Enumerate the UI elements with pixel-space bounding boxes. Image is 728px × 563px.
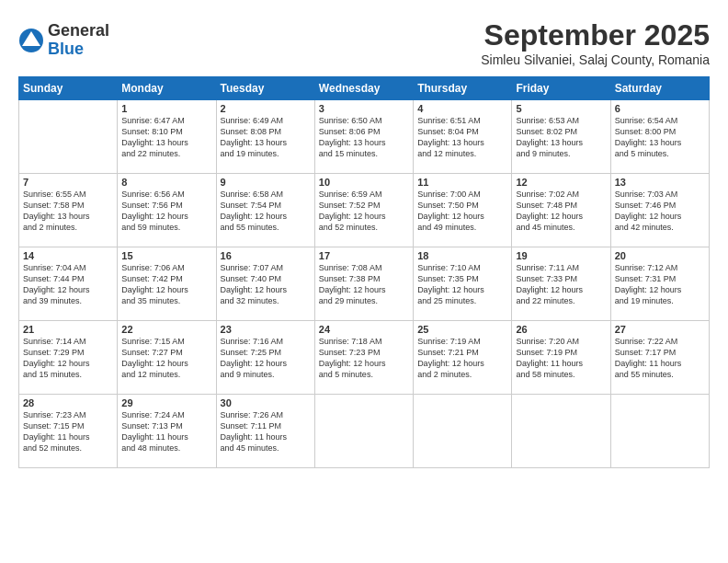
day-info: Sunrise: 6:50 AMSunset: 8:06 PMDaylight:… [319, 115, 409, 160]
table-cell [610, 395, 709, 468]
col-monday: Monday [118, 77, 216, 100]
day-number: 4 [417, 103, 507, 114]
table-cell: 20Sunrise: 7:12 AMSunset: 7:31 PMDayligh… [610, 247, 709, 321]
table-cell: 4Sunrise: 6:51 AMSunset: 8:04 PMDaylight… [414, 100, 512, 174]
col-friday: Friday [512, 77, 610, 100]
day-info: Sunrise: 7:15 AMSunset: 7:27 PMDaylight:… [121, 336, 211, 381]
calendar-body: 1Sunrise: 6:47 AMSunset: 8:10 PMDaylight… [19, 100, 710, 468]
day-info: Sunrise: 6:55 AMSunset: 7:58 PMDaylight:… [23, 189, 113, 234]
header: General Blue September 2025 Simleu Silva… [18, 18, 710, 67]
day-info: Sunrise: 7:22 AMSunset: 7:17 PMDaylight:… [615, 336, 705, 381]
day-info: Sunrise: 7:14 AMSunset: 7:29 PMDaylight:… [23, 336, 113, 381]
table-cell: 2Sunrise: 6:49 AMSunset: 8:08 PMDaylight… [216, 100, 314, 174]
table-cell [314, 395, 413, 468]
day-number: 6 [615, 103, 705, 114]
table-cell: 21Sunrise: 7:14 AMSunset: 7:29 PMDayligh… [19, 321, 118, 395]
col-thursday: Thursday [414, 77, 512, 100]
day-number: 12 [516, 177, 606, 188]
calendar-header: Sunday Monday Tuesday Wednesday Thursday… [19, 77, 710, 100]
calendar: Sunday Monday Tuesday Wednesday Thursday… [18, 76, 710, 468]
table-cell: 1Sunrise: 6:47 AMSunset: 8:10 PMDaylight… [118, 100, 216, 174]
day-number: 14 [23, 250, 113, 261]
day-info: Sunrise: 6:53 AMSunset: 8:02 PMDaylight:… [516, 115, 606, 160]
table-cell: 5Sunrise: 6:53 AMSunset: 8:02 PMDaylight… [512, 100, 610, 174]
header-row: Sunday Monday Tuesday Wednesday Thursday… [19, 77, 710, 100]
day-number: 18 [417, 250, 507, 261]
day-info: Sunrise: 7:08 AMSunset: 7:38 PMDaylight:… [319, 262, 409, 307]
day-number: 3 [319, 103, 409, 114]
table-cell: 28Sunrise: 7:23 AMSunset: 7:15 PMDayligh… [19, 395, 118, 468]
day-info: Sunrise: 7:24 AMSunset: 7:13 PMDaylight:… [121, 409, 211, 454]
day-number: 20 [615, 250, 705, 261]
col-sunday: Sunday [19, 77, 118, 100]
table-cell: 6Sunrise: 6:54 AMSunset: 8:00 PMDaylight… [610, 100, 709, 174]
table-cell: 29Sunrise: 7:24 AMSunset: 7:13 PMDayligh… [118, 395, 216, 468]
day-number: 2 [221, 103, 311, 114]
table-cell: 25Sunrise: 7:19 AMSunset: 7:21 PMDayligh… [414, 321, 512, 395]
day-number: 16 [221, 250, 311, 261]
day-info: Sunrise: 7:11 AMSunset: 7:33 PMDaylight:… [516, 262, 606, 307]
day-number: 23 [221, 324, 311, 335]
logo-general: General [48, 22, 109, 40]
day-info: Sunrise: 7:04 AMSunset: 7:44 PMDaylight:… [23, 262, 113, 307]
table-cell [414, 395, 512, 468]
day-info: Sunrise: 7:19 AMSunset: 7:21 PMDaylight:… [417, 336, 507, 381]
table-cell: 19Sunrise: 7:11 AMSunset: 7:33 PMDayligh… [512, 247, 610, 321]
day-number: 22 [121, 324, 211, 335]
table-cell: 9Sunrise: 6:58 AMSunset: 7:54 PMDaylight… [216, 174, 314, 247]
day-number: 7 [23, 177, 113, 188]
day-number: 10 [319, 177, 409, 188]
day-info: Sunrise: 6:59 AMSunset: 7:52 PMDaylight:… [319, 189, 409, 234]
day-info: Sunrise: 7:07 AMSunset: 7:40 PMDaylight:… [221, 262, 311, 307]
page: General Blue September 2025 Simleu Silva… [0, 0, 728, 563]
day-info: Sunrise: 6:51 AMSunset: 8:04 PMDaylight:… [417, 115, 507, 160]
col-wednesday: Wednesday [314, 77, 413, 100]
logo-text: General Blue [48, 22, 109, 59]
day-number: 25 [417, 324, 507, 335]
day-number: 29 [121, 397, 211, 408]
day-info: Sunrise: 7:00 AMSunset: 7:50 PMDaylight:… [417, 189, 507, 234]
logo-blue: Blue [48, 40, 109, 59]
day-info: Sunrise: 7:20 AMSunset: 7:19 PMDaylight:… [516, 336, 606, 381]
table-cell: 12Sunrise: 7:02 AMSunset: 7:48 PMDayligh… [512, 174, 610, 247]
logo: General Blue [18, 22, 109, 59]
table-cell: 27Sunrise: 7:22 AMSunset: 7:17 PMDayligh… [610, 321, 709, 395]
title-block: September 2025 Simleu Silvaniei, Salaj C… [481, 18, 710, 67]
day-number: 11 [417, 177, 507, 188]
day-number: 24 [319, 324, 409, 335]
day-number: 28 [23, 397, 113, 408]
day-number: 15 [121, 250, 211, 261]
day-number: 17 [319, 250, 409, 261]
table-cell [19, 100, 118, 174]
day-number: 30 [221, 397, 311, 408]
table-cell: 17Sunrise: 7:08 AMSunset: 7:38 PMDayligh… [314, 247, 413, 321]
table-cell: 7Sunrise: 6:55 AMSunset: 7:58 PMDaylight… [19, 174, 118, 247]
day-info: Sunrise: 6:58 AMSunset: 7:54 PMDaylight:… [221, 189, 311, 234]
table-cell [512, 395, 610, 468]
table-cell: 10Sunrise: 6:59 AMSunset: 7:52 PMDayligh… [314, 174, 413, 247]
table-cell: 14Sunrise: 7:04 AMSunset: 7:44 PMDayligh… [19, 247, 118, 321]
table-cell: 26Sunrise: 7:20 AMSunset: 7:19 PMDayligh… [512, 321, 610, 395]
day-info: Sunrise: 7:23 AMSunset: 7:15 PMDaylight:… [23, 409, 113, 454]
table-cell: 3Sunrise: 6:50 AMSunset: 8:06 PMDaylight… [314, 100, 413, 174]
location: Simleu Silvaniei, Salaj County, Romania [481, 52, 710, 67]
day-info: Sunrise: 7:06 AMSunset: 7:42 PMDaylight:… [121, 262, 211, 307]
month-title: September 2025 [481, 18, 710, 52]
table-cell: 8Sunrise: 6:56 AMSunset: 7:56 PMDaylight… [118, 174, 216, 247]
day-number: 21 [23, 324, 113, 335]
col-saturday: Saturday [610, 77, 709, 100]
day-info: Sunrise: 7:03 AMSunset: 7:46 PMDaylight:… [615, 189, 705, 234]
table-cell: 15Sunrise: 7:06 AMSunset: 7:42 PMDayligh… [118, 247, 216, 321]
day-info: Sunrise: 7:12 AMSunset: 7:31 PMDaylight:… [615, 262, 705, 307]
day-number: 27 [615, 324, 705, 335]
day-info: Sunrise: 7:16 AMSunset: 7:25 PMDaylight:… [221, 336, 311, 381]
table-cell: 24Sunrise: 7:18 AMSunset: 7:23 PMDayligh… [314, 321, 413, 395]
col-tuesday: Tuesday [216, 77, 314, 100]
table-cell: 30Sunrise: 7:26 AMSunset: 7:11 PMDayligh… [216, 395, 314, 468]
table-cell: 23Sunrise: 7:16 AMSunset: 7:25 PMDayligh… [216, 321, 314, 395]
day-info: Sunrise: 7:10 AMSunset: 7:35 PMDaylight:… [417, 262, 507, 307]
day-info: Sunrise: 7:26 AMSunset: 7:11 PMDaylight:… [221, 409, 311, 454]
day-info: Sunrise: 7:18 AMSunset: 7:23 PMDaylight:… [319, 336, 409, 381]
day-number: 13 [615, 177, 705, 188]
day-number: 1 [121, 103, 211, 114]
